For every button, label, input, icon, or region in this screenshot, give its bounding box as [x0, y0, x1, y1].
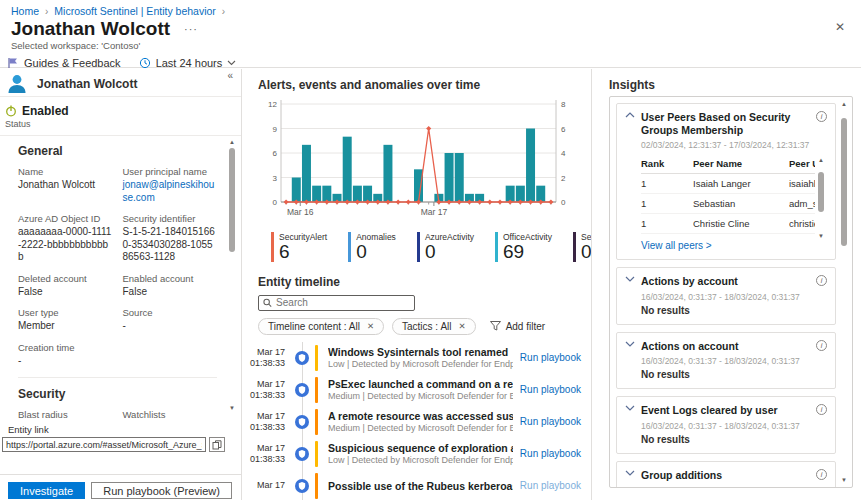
field-user-principal-name: User principal namejonaw@alpineskihouse.…	[123, 166, 218, 204]
insights-container: User Peers Based on Security Groups Memb…	[609, 96, 853, 488]
entity-link-input[interactable]	[2, 437, 206, 452]
run-playbook-link[interactable]: Run playbook	[513, 416, 591, 427]
stat-securityevent: SecurityEvent0	[573, 232, 591, 262]
guides-feedback-button[interactable]: Guides & Feedback	[7, 57, 121, 69]
chevron-down-icon[interactable]	[625, 470, 635, 476]
insight-date-range: 16/03/2024, 0:31:37 - 18/03/2024, 0:31:3…	[641, 421, 827, 431]
peers-table-scrollbar[interactable]: ▲ ▼	[815, 156, 827, 240]
insights-scrollbar[interactable]: ▲ ▼	[838, 100, 850, 484]
collapse-panel-icon[interactable]: «	[227, 70, 233, 81]
copy-icon[interactable]	[209, 437, 225, 452]
insight-card-actions-on-account[interactable]: Actions on account i 16/03/2024, 0:31:37…	[616, 332, 836, 390]
insight-result: No results	[641, 305, 827, 316]
alert-shield-icon	[295, 447, 309, 461]
peer-row[interactable]: 1 Isaiah Langer isaiahl@w...	[641, 174, 815, 194]
scroll-thumb[interactable]	[841, 118, 847, 246]
timeline-item[interactable]: Mar 1701:38:33 Suspicious sequence of ex…	[243, 438, 591, 470]
scroll-up-arrow[interactable]: ▲	[841, 100, 847, 108]
insight-card-group-additions[interactable]: Group additions i 16/03/2024, 0:31:37 - …	[616, 461, 836, 488]
timeline-item[interactable]: Mar 1701:38:33 A remote resource was acc…	[243, 406, 591, 438]
entity-details-scroll-area[interactable]: General NameJonathan Wolcott User princi…	[0, 136, 241, 418]
breadcrumb-sentinel-entity-behavior[interactable]: Microsoft Sentinel | Entity behavior	[54, 5, 215, 17]
run-playbook-link[interactable]: Run playbook	[513, 384, 591, 395]
remove-filter-icon[interactable]: ✕	[459, 321, 466, 331]
close-icon[interactable]: ✕	[835, 20, 845, 34]
field-name: NameJonathan Wolcott	[18, 166, 113, 204]
scroll-down-arrow[interactable]: ▼	[229, 404, 235, 412]
field-watchlists: Watchlists-	[123, 409, 218, 418]
scroll-down-arrow[interactable]: ▼	[818, 232, 824, 240]
info-icon[interactable]: i	[816, 469, 827, 480]
scroll-thumb[interactable]	[818, 172, 824, 212]
timeline-item[interactable]: Mar 17 Possible use of the Rubeus kerber…	[243, 470, 591, 500]
left-panel-scrollbar[interactable]: ▲ ▼	[226, 138, 238, 412]
peer-row[interactable]: 1 Christie Cline christiec@...	[641, 214, 815, 234]
main-content: Alerts, events and anomalies over time 0…	[243, 69, 591, 500]
selected-workspace: Selected workspace: 'Contoso'	[0, 40, 861, 51]
entity-details-panel: Jonathan Wolcott « Enabled Status Genera…	[0, 69, 242, 500]
filter-tactics[interactable]: Tactics : All ✕	[392, 318, 476, 335]
filter-pills: Timeline content : All ✕ Tactics : All ✕…	[258, 318, 591, 335]
field-azure-ad-object-id: Azure AD Object IDaaaaaaaa-0000-1111-222…	[18, 213, 113, 264]
scroll-thumb[interactable]	[229, 148, 235, 252]
field-enabled-account: Enabled accountFalse	[123, 273, 218, 299]
insights-title: Insights	[592, 69, 861, 92]
security-section-title: Security	[18, 387, 217, 401]
severity-stripe	[315, 473, 318, 499]
breadcrumb-home[interactable]: Home	[11, 5, 39, 17]
scroll-down-arrow[interactable]: ▼	[841, 476, 847, 484]
chevron-down-icon[interactable]	[625, 276, 635, 282]
info-icon[interactable]: i	[816, 404, 827, 415]
timeline-search[interactable]	[258, 295, 415, 311]
time-range-picker[interactable]: Last 24 hours	[139, 57, 237, 69]
insight-card-user-peers[interactable]: User Peers Based on Security Groups Memb…	[616, 103, 836, 260]
feedback-flag-icon	[7, 57, 19, 69]
status-label: Status	[5, 119, 241, 129]
severity-stripe	[315, 377, 318, 403]
general-section-title: General	[18, 144, 217, 158]
info-icon[interactable]: i	[816, 111, 827, 122]
view-all-peers-link[interactable]: View all peers >	[641, 240, 712, 251]
insight-card-actions-by-account[interactable]: Actions by account i 16/03/2024, 0:31:37…	[616, 267, 836, 325]
stat-azureactivity: AzureActivity0	[417, 232, 474, 262]
insight-date-range: 16/03/2024, 0:31:37 - 18/03/2024, 0:31:3…	[641, 292, 827, 302]
chevron-down-icon[interactable]	[625, 341, 635, 347]
svg-text:6: 6	[561, 125, 566, 134]
timeline-item[interactable]: Mar 1701:38:33 PsExec launched a command…	[243, 374, 591, 406]
remove-filter-icon[interactable]: ✕	[367, 321, 374, 331]
run-playbook-link[interactable]: Run playbook	[513, 480, 591, 491]
severity-stripe	[315, 441, 318, 467]
timeline-list: Mar 1701:38:33 Windows Sysinternals tool…	[243, 342, 591, 500]
run-playbook-button[interactable]: Run playbook (Preview)	[91, 482, 232, 499]
page-header: Home › Microsoft Sentinel | Entity behav…	[0, 0, 861, 68]
svg-text:9: 9	[273, 125, 278, 134]
insights-panel: Insights User Peers Based on Security Gr…	[591, 69, 861, 500]
investigate-button[interactable]: Investigate	[8, 482, 85, 499]
col-peer-name: Peer Name	[693, 158, 789, 169]
search-input[interactable]	[276, 297, 410, 308]
info-icon[interactable]: i	[816, 275, 827, 286]
user-avatar	[5, 72, 29, 96]
insight-date-range: 02/03/2024, 12:31:37 - 17/03/2024, 12:31…	[641, 140, 827, 150]
run-playbook-link[interactable]: Run playbook	[513, 352, 591, 363]
toolbar: Guides & Feedback Last 24 hours	[0, 51, 861, 69]
chevron-up-icon[interactable]	[625, 112, 635, 118]
upn-link[interactable]: jonaw@alpineskihouse.com	[123, 179, 215, 203]
insight-card-event-logs-cleared[interactable]: Event Logs cleared by user i 16/03/2024,…	[616, 396, 836, 454]
more-options-icon[interactable]: ···	[184, 23, 198, 35]
peer-row[interactable]: 1 Sebastian adm_seull...	[641, 194, 815, 214]
scroll-up-arrow[interactable]: ▲	[818, 156, 824, 164]
run-playbook-link[interactable]: Run playbook	[513, 448, 591, 459]
timeline-item[interactable]: Mar 1701:38:33 Windows Sysinternals tool…	[243, 342, 591, 374]
power-status-icon	[5, 105, 17, 117]
add-filter-button[interactable]: Add filter	[484, 319, 551, 334]
page-title: Jonathan Wolcott	[11, 18, 170, 40]
info-icon[interactable]: i	[816, 340, 827, 351]
filter-timeline-content[interactable]: Timeline content : All ✕	[258, 318, 384, 335]
status-value: Enabled	[22, 104, 69, 118]
chevron-down-icon[interactable]	[625, 405, 635, 411]
alert-shield-icon	[295, 415, 309, 429]
scroll-up-arrow[interactable]: ▲	[229, 138, 235, 146]
field-creation-time: Creation time-	[18, 342, 113, 368]
field-security-identifier: Security identifierS-1-5-21-1840151660-3…	[123, 213, 218, 264]
